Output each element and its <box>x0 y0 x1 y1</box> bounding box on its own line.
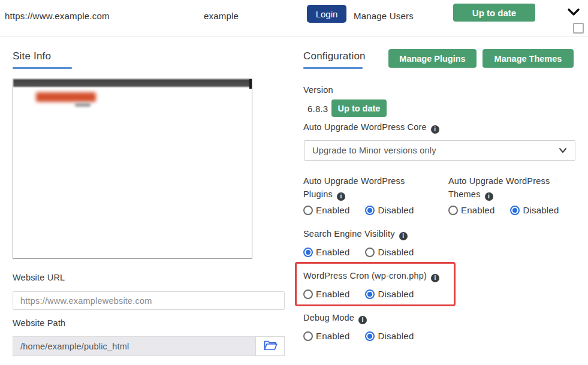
version-value: 6.8.3 <box>307 104 328 114</box>
info-icon[interactable] <box>337 192 345 201</box>
radio-button[interactable] <box>303 248 313 257</box>
themes-enabled-option[interactable]: Enabled <box>448 205 494 215</box>
core-upgrade-select[interactable]: Upgrade to Minor versions only <box>304 140 575 161</box>
radio-button[interactable] <box>365 206 375 215</box>
search-engine-disabled-option[interactable]: Disabled <box>365 247 414 257</box>
site-url-text: https://www.example.com <box>5 11 110 21</box>
search-engine-visibility-label: Search Engine Visiblity <box>303 229 408 240</box>
auto-upgrade-plugins-line1: Auto Upgrade WordPress <box>303 176 405 186</box>
website-path-group <box>13 336 285 356</box>
plugins-radio-group: Enabled Disabled <box>303 205 414 215</box>
site-name-text: example <box>204 11 239 21</box>
radio-label: Disabled <box>378 289 414 299</box>
wordpress-cron-label-text: WordPress Cron (wp-cron.php) <box>303 271 427 280</box>
auto-upgrade-plugins-label: Auto Upgrade WordPress Plugins <box>303 174 405 201</box>
radio-button[interactable] <box>303 206 313 215</box>
radio-label: Enabled <box>316 289 349 299</box>
cron-radio-group: Enabled Disabled <box>303 289 414 299</box>
search-engine-radio-group: Enabled Disabled <box>303 247 414 257</box>
cron-highlight-box <box>295 262 456 306</box>
auto-upgrade-themes-line1: Auto Upgrade WordPress <box>448 176 550 186</box>
radio-button[interactable] <box>365 289 375 299</box>
thumbnail-browser-bar <box>13 79 252 87</box>
website-url-input[interactable] <box>13 291 285 310</box>
search-engine-visibility-label-text: Search Engine Visiblity <box>303 229 395 239</box>
cron-disabled-option[interactable]: Disabled <box>365 289 414 299</box>
wp-site-manager-page: https://www.example.com example Login Ma… <box>0 0 588 365</box>
debug-mode-label: Debug Mode <box>303 313 367 324</box>
info-icon[interactable] <box>431 274 439 282</box>
website-path-input[interactable] <box>13 336 255 356</box>
plugins-disabled-option[interactable]: Disabled <box>365 205 414 215</box>
core-upgrade-selected-option: Upgrade to Minor versions only <box>312 146 436 155</box>
up-to-date-button[interactable]: Up to date <box>453 4 535 22</box>
info-icon[interactable] <box>358 316 367 324</box>
top-bar: https://www.example.com example Login Ma… <box>0 0 588 37</box>
thumbnail-scrollbar <box>249 79 252 89</box>
select-chevron-down-icon <box>559 146 567 155</box>
wordpress-cron-label: WordPress Cron (wp-cron.php) <box>303 271 439 282</box>
radio-label: Enabled <box>316 247 349 257</box>
auto-upgrade-core-label: Auto Upgrade WordPress Core <box>303 122 439 134</box>
version-label: Version <box>303 85 333 95</box>
radio-button[interactable] <box>365 331 375 341</box>
radio-label: Disabled <box>378 331 414 341</box>
radio-label: Enabled <box>316 205 349 215</box>
manage-plugins-button[interactable]: Manage Plugins <box>388 49 477 68</box>
radio-button[interactable] <box>448 206 458 215</box>
plugins-enabled-option[interactable]: Enabled <box>303 205 349 215</box>
thumbnail-blurred-tagline <box>75 103 91 107</box>
open-folder-button[interactable] <box>255 336 285 356</box>
cron-enabled-option[interactable]: Enabled <box>303 289 349 299</box>
website-url-label: Website URL <box>13 273 65 282</box>
info-icon[interactable] <box>399 232 408 240</box>
themes-disabled-option[interactable]: Disabled <box>510 205 559 215</box>
website-path-label: Website Path <box>13 318 65 328</box>
version-up-to-date-badge: Up to date <box>331 99 387 117</box>
auto-upgrade-themes-label: Auto Upgrade WordPress Themes <box>448 174 550 201</box>
radio-button[interactable] <box>303 289 313 299</box>
info-icon[interactable] <box>431 125 439 134</box>
login-button[interactable]: Login <box>307 5 346 23</box>
configuration-heading-underline <box>303 67 363 69</box>
manage-themes-button[interactable]: Manage Themes <box>483 49 574 68</box>
auto-upgrade-plugins-line2: Plugins <box>303 189 333 199</box>
debug-radio-group: Enabled Disabled <box>303 331 414 341</box>
search-engine-enabled-option[interactable]: Enabled <box>303 247 349 257</box>
radio-label: Enabled <box>316 331 349 341</box>
debug-disabled-option[interactable]: Disabled <box>365 331 414 341</box>
folder-open-icon <box>263 339 278 353</box>
site-info-heading: Site Info <box>13 50 51 62</box>
radio-label: Disabled <box>378 205 414 215</box>
radio-button[interactable] <box>303 331 313 341</box>
debug-enabled-option[interactable]: Enabled <box>303 331 349 341</box>
radio-label: Disabled <box>378 247 414 257</box>
thumbnail-blurred-logo <box>36 92 96 102</box>
radio-button[interactable] <box>510 206 520 215</box>
radio-label: Enabled <box>461 205 494 215</box>
radio-label: Disabled <box>523 205 559 215</box>
themes-radio-group: Enabled Disabled <box>448 205 559 215</box>
configuration-heading: Configuration <box>303 50 366 62</box>
debug-mode-label-text: Debug Mode <box>303 313 354 322</box>
radio-button[interactable] <box>365 248 375 257</box>
auto-upgrade-themes-line2: Themes <box>448 189 481 199</box>
info-icon[interactable] <box>485 192 493 201</box>
select-site-checkbox[interactable] <box>573 23 584 34</box>
site-info-heading-underline <box>13 67 72 69</box>
site-preview-thumbnail[interactable] <box>13 79 252 259</box>
auto-upgrade-core-label-text: Auto Upgrade WordPress Core <box>303 122 427 132</box>
chevron-down-icon[interactable] <box>566 6 581 18</box>
manage-users-link[interactable]: Manage Users <box>354 11 414 21</box>
